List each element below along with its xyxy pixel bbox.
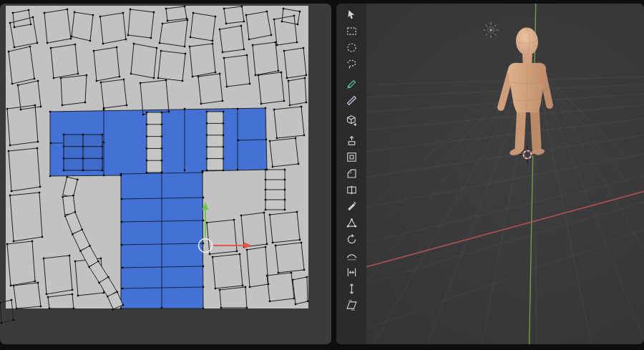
- tool-extrude-region-button[interactable]: [341, 132, 361, 148]
- tool-knife-button[interactable]: [341, 198, 361, 214]
- tool-shrink-fatten-button[interactable]: [341, 281, 361, 296]
- smooth-icon: [346, 250, 358, 262]
- shear-icon: [346, 299, 358, 311]
- tool-add-cube-button[interactable]: [341, 112, 361, 128]
- tool-measure-button[interactable]: [341, 92, 361, 108]
- measure-icon: [346, 94, 358, 107]
- extrude-region-icon: [346, 135, 358, 147]
- inset-faces-icon: [346, 151, 358, 163]
- select-lasso-icon: [346, 58, 358, 70]
- tool-loop-cut-button[interactable]: [341, 182, 361, 198]
- tweak-icon: [346, 9, 358, 21]
- window-top-edge: [0, 0, 644, 4]
- tool-tweak-button[interactable]: [341, 6, 361, 22]
- bevel-icon: [346, 167, 358, 180]
- tool-shear-button[interactable]: [341, 297, 361, 313]
- character-model[interactable]: [501, 26, 551, 156]
- tool-select-box-button[interactable]: [341, 23, 361, 39]
- light-object[interactable]: [483, 22, 498, 37]
- tool-smooth-button[interactable]: [341, 248, 361, 263]
- annotate-icon: [346, 78, 358, 90]
- knife-icon: [346, 200, 358, 213]
- uv-editor-area[interactable]: [0, 4, 331, 344]
- tool-select-lasso-button[interactable]: [341, 56, 361, 72]
- tool-bevel-button[interactable]: [341, 165, 361, 181]
- object-origin-dot: [527, 70, 530, 73]
- shrink-fatten-icon: [346, 283, 358, 295]
- spin-icon: [346, 233, 358, 246]
- edge-slide-icon: [346, 266, 358, 278]
- tool-edge-slide-button[interactable]: [341, 264, 361, 280]
- world-axes: [336, 4, 644, 344]
- status-bar: [0, 344, 644, 350]
- tool-annotate-button[interactable]: [341, 76, 361, 92]
- 3d-viewport-area[interactable]: [336, 4, 644, 344]
- uv-editor-viewport[interactable]: [0, 4, 331, 344]
- tool-inset-faces-button[interactable]: [341, 149, 361, 165]
- blender-window: [0, 0, 644, 350]
- loop-cut-icon: [346, 184, 358, 196]
- viewport-toolbar: [336, 4, 366, 344]
- 3d-viewport[interactable]: [336, 4, 644, 344]
- add-cube-icon: [346, 115, 358, 127]
- floor-grid: [336, 77, 644, 344]
- tool-spin-button[interactable]: [341, 231, 361, 247]
- light-dot-icon: [489, 29, 492, 31]
- select-box-icon: [346, 25, 358, 37]
- tool-select-circle-button[interactable]: [341, 39, 361, 55]
- poly-build-icon: [346, 217, 358, 229]
- select-circle-icon: [346, 42, 358, 54]
- tool-poly-build-button[interactable]: [341, 215, 361, 230]
